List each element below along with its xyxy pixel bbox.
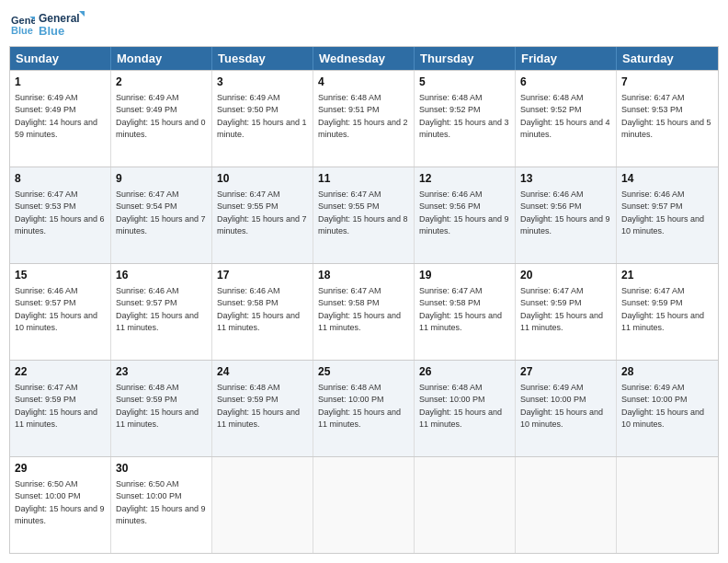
day-of-week-sunday: Sunday (10, 47, 111, 70)
sun-info: Sunrise: 6:48 AMSunset: 9:59 PMDaylight:… (217, 382, 308, 431)
day-cell-24: 24Sunrise: 6:48 AMSunset: 9:59 PMDayligh… (212, 361, 313, 456)
svg-text:Blue: Blue (39, 24, 64, 38)
calendar-header: SundayMondayTuesdayWednesdayThursdayFrid… (10, 47, 718, 70)
header: General Blue General Blue (9, 9, 719, 39)
page: General Blue General Blue SundayMondayTu (0, 0, 728, 563)
svg-text:General: General (39, 12, 80, 25)
day-number: 22 (15, 364, 106, 380)
calendar-row: 1Sunrise: 6:49 AMSunset: 9:49 PMDaylight… (10, 70, 718, 167)
sun-info: Sunrise: 6:47 AMSunset: 9:59 PMDaylight:… (520, 285, 611, 335)
day-number: 29 (15, 461, 106, 477)
empty-cell (313, 457, 415, 553)
sun-info: Sunrise: 6:50 AMSunset: 10:00 PMDaylight… (116, 478, 207, 528)
day-cell-1: 1Sunrise: 6:49 AMSunset: 9:49 PMDaylight… (10, 71, 111, 167)
day-number: 21 (621, 268, 713, 283)
day-of-week-saturday: Saturday (617, 47, 718, 70)
day-number: 30 (116, 461, 207, 477)
day-cell-27: 27Sunrise: 6:49 AMSunset: 10:00 PMDaylig… (516, 361, 617, 456)
day-cell-22: 22Sunrise: 6:47 AMSunset: 9:59 PMDayligh… (10, 361, 111, 456)
sun-info: Sunrise: 6:49 AMSunset: 10:00 PMDaylight… (621, 382, 713, 431)
day-cell-19: 19Sunrise: 6:47 AMSunset: 9:58 PMDayligh… (415, 264, 516, 360)
day-cell-14: 14Sunrise: 6:46 AMSunset: 9:57 PMDayligh… (617, 167, 718, 263)
sun-info: Sunrise: 6:48 AMSunset: 9:51 PMDaylight:… (318, 92, 409, 142)
day-cell-8: 8Sunrise: 6:47 AMSunset: 9:53 PMDaylight… (10, 167, 111, 263)
day-number: 25 (318, 364, 409, 380)
sun-info: Sunrise: 6:46 AMSunset: 9:57 PMDaylight:… (15, 285, 106, 335)
sun-info: Sunrise: 6:47 AMSunset: 9:53 PMDaylight:… (15, 189, 106, 238)
calendar: SundayMondayTuesdayWednesdayThursdayFrid… (9, 46, 719, 554)
sun-info: Sunrise: 6:47 AMSunset: 9:54 PMDaylight:… (116, 189, 207, 238)
sun-info: Sunrise: 6:48 AMSunset: 10:00 PMDaylight… (419, 382, 510, 431)
svg-text:Blue: Blue (11, 25, 33, 36)
day-number: 15 (15, 268, 106, 283)
logo: General Blue General Blue (9, 9, 85, 39)
day-of-week-monday: Monday (111, 47, 212, 70)
sun-info: Sunrise: 6:47 AMSunset: 9:55 PMDaylight:… (217, 189, 308, 238)
sun-info: Sunrise: 6:49 AMSunset: 9:49 PMDaylight:… (116, 92, 207, 142)
day-number: 17 (217, 268, 308, 283)
calendar-row: 22Sunrise: 6:47 AMSunset: 9:59 PMDayligh… (10, 360, 718, 456)
day-number: 9 (116, 171, 207, 187)
calendar-row: 8Sunrise: 6:47 AMSunset: 9:53 PMDaylight… (10, 167, 718, 263)
day-cell-13: 13Sunrise: 6:46 AMSunset: 9:56 PMDayligh… (516, 167, 617, 263)
svg-marker-5 (79, 11, 85, 17)
day-number: 6 (520, 75, 611, 90)
empty-cell (617, 457, 718, 553)
calendar-body: 1Sunrise: 6:49 AMSunset: 9:49 PMDaylight… (10, 70, 718, 553)
day-number: 14 (621, 171, 713, 187)
sun-info: Sunrise: 6:46 AMSunset: 9:58 PMDaylight:… (217, 285, 308, 335)
day-number: 27 (520, 364, 611, 380)
day-cell-29: 29Sunrise: 6:50 AMSunset: 10:00 PMDaylig… (10, 457, 111, 553)
day-number: 2 (116, 75, 207, 90)
sun-info: Sunrise: 6:47 AMSunset: 9:58 PMDaylight:… (318, 285, 409, 335)
day-cell-2: 2Sunrise: 6:49 AMSunset: 9:49 PMDaylight… (111, 71, 212, 167)
day-cell-15: 15Sunrise: 6:46 AMSunset: 9:57 PMDayligh… (10, 264, 111, 360)
sun-info: Sunrise: 6:47 AMSunset: 9:59 PMDaylight:… (15, 382, 106, 431)
sun-info: Sunrise: 6:50 AMSunset: 10:00 PMDaylight… (15, 478, 106, 528)
day-cell-9: 9Sunrise: 6:47 AMSunset: 9:54 PMDaylight… (111, 167, 212, 263)
sun-info: Sunrise: 6:48 AMSunset: 9:52 PMDaylight:… (419, 92, 510, 142)
day-number: 5 (419, 75, 510, 90)
generalblue-logo-full: General Blue (39, 9, 85, 39)
day-cell-30: 30Sunrise: 6:50 AMSunset: 10:00 PMDaylig… (111, 457, 212, 553)
sun-info: Sunrise: 6:46 AMSunset: 9:57 PMDaylight:… (621, 189, 713, 238)
day-number: 10 (217, 171, 308, 187)
day-number: 28 (621, 364, 713, 380)
sun-info: Sunrise: 6:46 AMSunset: 9:56 PMDaylight:… (419, 189, 510, 238)
sun-info: Sunrise: 6:48 AMSunset: 9:52 PMDaylight:… (520, 92, 611, 142)
day-of-week-thursday: Thursday (415, 47, 516, 70)
day-cell-12: 12Sunrise: 6:46 AMSunset: 9:56 PMDayligh… (415, 167, 516, 263)
sun-info: Sunrise: 6:47 AMSunset: 9:59 PMDaylight:… (621, 285, 713, 335)
sun-info: Sunrise: 6:47 AMSunset: 9:53 PMDaylight:… (621, 92, 713, 142)
day-number: 3 (217, 75, 308, 90)
sun-info: Sunrise: 6:49 AMSunset: 10:00 PMDaylight… (520, 382, 611, 431)
empty-cell (415, 457, 516, 553)
day-cell-18: 18Sunrise: 6:47 AMSunset: 9:58 PMDayligh… (313, 264, 415, 360)
day-cell-20: 20Sunrise: 6:47 AMSunset: 9:59 PMDayligh… (516, 264, 617, 360)
sun-info: Sunrise: 6:49 AMSunset: 9:49 PMDaylight:… (15, 92, 106, 142)
day-number: 18 (318, 268, 409, 283)
day-cell-28: 28Sunrise: 6:49 AMSunset: 10:00 PMDaylig… (617, 361, 718, 456)
day-cell-6: 6Sunrise: 6:48 AMSunset: 9:52 PMDaylight… (516, 71, 617, 167)
day-number: 12 (419, 171, 510, 187)
day-number: 16 (116, 268, 207, 283)
day-cell-4: 4Sunrise: 6:48 AMSunset: 9:51 PMDaylight… (313, 71, 415, 167)
day-number: 4 (318, 75, 409, 90)
day-number: 13 (520, 171, 611, 187)
day-cell-21: 21Sunrise: 6:47 AMSunset: 9:59 PMDayligh… (617, 264, 718, 360)
day-of-week-wednesday: Wednesday (313, 47, 415, 70)
day-number: 8 (15, 171, 106, 187)
logo-icon: General Blue (9, 11, 35, 37)
day-cell-10: 10Sunrise: 6:47 AMSunset: 9:55 PMDayligh… (212, 167, 313, 263)
day-number: 24 (217, 364, 308, 380)
day-cell-5: 5Sunrise: 6:48 AMSunset: 9:52 PMDaylight… (415, 71, 516, 167)
sun-info: Sunrise: 6:48 AMSunset: 10:00 PMDaylight… (318, 382, 409, 431)
day-number: 11 (318, 171, 409, 187)
day-cell-11: 11Sunrise: 6:47 AMSunset: 9:55 PMDayligh… (313, 167, 415, 263)
empty-cell (212, 457, 313, 553)
day-number: 23 (116, 364, 207, 380)
sun-info: Sunrise: 6:46 AMSunset: 9:56 PMDaylight:… (520, 189, 611, 238)
day-cell-3: 3Sunrise: 6:49 AMSunset: 9:50 PMDaylight… (212, 71, 313, 167)
day-cell-17: 17Sunrise: 6:46 AMSunset: 9:58 PMDayligh… (212, 264, 313, 360)
day-cell-7: 7Sunrise: 6:47 AMSunset: 9:53 PMDaylight… (617, 71, 718, 167)
